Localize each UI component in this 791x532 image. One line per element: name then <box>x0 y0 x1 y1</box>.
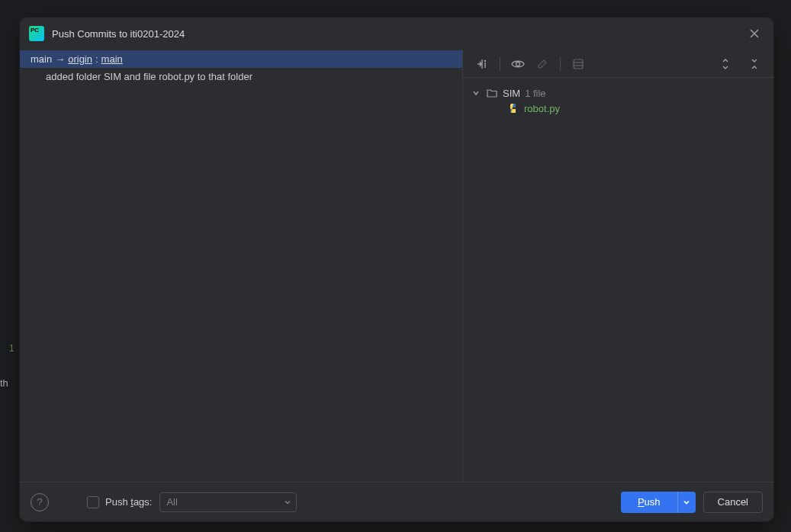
arrow-right-icon: → <box>55 53 65 65</box>
dialog-title: Push Commits to iti0201-2024 <box>52 28 746 40</box>
close-button[interactable] <box>746 25 763 42</box>
help-button[interactable]: ? <box>31 493 49 511</box>
group-by-icon[interactable] <box>567 54 590 74</box>
collapse-all-icon[interactable] <box>743 54 766 74</box>
file-name: robot.py <box>524 103 560 114</box>
push-tags-dropdown[interactable]: All <box>159 492 297 512</box>
push-button[interactable]: Push <box>621 492 677 513</box>
expand-collapse-icon[interactable] <box>714 54 737 74</box>
preview-icon[interactable] <box>506 54 529 74</box>
python-icon <box>507 102 519 114</box>
file-count: 1 file <box>525 88 545 99</box>
svg-point-5 <box>516 62 520 66</box>
close-icon <box>749 28 760 39</box>
branch-mapping-row[interactable]: main → origin : main <box>20 50 462 68</box>
push-commits-dialog: PC Push Commits to iti0201-2024 main → o… <box>19 17 774 522</box>
editor-gutter-line: 1 <box>0 343 14 354</box>
svg-rect-6 <box>574 59 583 69</box>
local-branch: main <box>31 53 52 65</box>
push-tags-label: Push tags: <box>105 496 152 508</box>
collapse-diff-icon[interactable] <box>471 54 494 74</box>
file-tree: SIM 1 file robot.py <box>463 78 773 123</box>
chevron-down-icon <box>284 498 291 506</box>
dialog-titlebar: PC Push Commits to iti0201-2024 <box>20 18 773 50</box>
cancel-button[interactable]: Cancel <box>703 492 763 513</box>
svg-point-10 <box>514 111 515 112</box>
dialog-footer: ? Push tags: All Push Cancel <box>20 482 773 521</box>
dropdown-value: All <box>166 496 177 508</box>
tree-file-row[interactable]: robot.py <box>471 101 766 116</box>
pycharm-icon: PC <box>29 26 44 41</box>
remote-branch[interactable]: main <box>101 53 123 65</box>
colon: : <box>95 53 98 65</box>
commits-panel: main → origin : main added folder SIM an… <box>20 50 462 482</box>
commit-row[interactable]: added folder SIM and file robot.py to th… <box>20 68 462 85</box>
editor-text-snippet: th <box>0 377 8 389</box>
edit-icon[interactable] <box>531 54 554 74</box>
remote-name[interactable]: origin <box>68 53 92 65</box>
folder-icon <box>486 87 498 99</box>
files-toolbar <box>463 50 773 78</box>
svg-point-3 <box>484 59 486 61</box>
push-dropdown-button[interactable] <box>677 492 696 513</box>
chevron-down-icon <box>683 498 690 506</box>
tree-folder-row[interactable]: SIM 1 file <box>471 85 766 101</box>
files-panel: SIM 1 file robot.py <box>462 50 773 482</box>
toolbar-separator <box>560 57 561 71</box>
folder-name: SIM <box>503 88 520 99</box>
toolbar-separator <box>500 57 500 71</box>
push-tags-checkbox[interactable] <box>87 496 99 508</box>
svg-point-9 <box>512 104 513 105</box>
chevron-down-icon[interactable] <box>471 88 481 98</box>
